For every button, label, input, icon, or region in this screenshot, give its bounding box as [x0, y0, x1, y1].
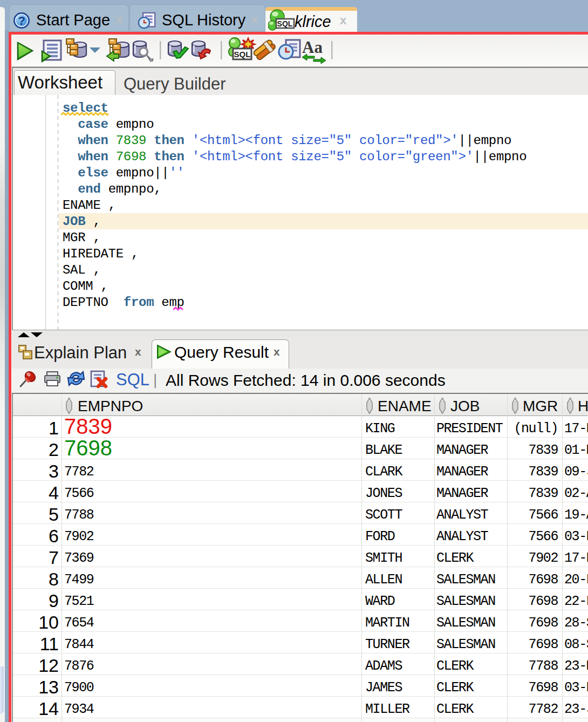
svg-text:SQL: SQL [234, 50, 251, 59]
svg-text:Aa: Aa [302, 38, 323, 57]
svg-text:SQL: SQL [277, 19, 293, 28]
svg-text:?: ? [18, 14, 25, 28]
